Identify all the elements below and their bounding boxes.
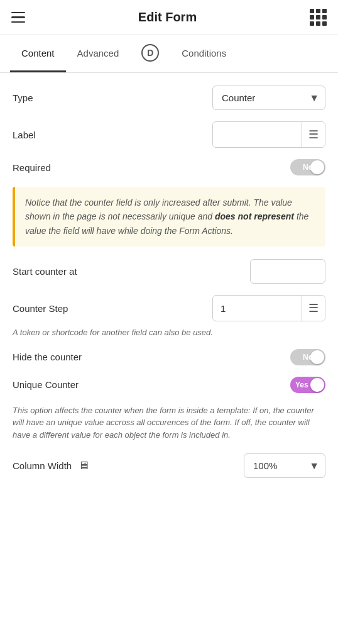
unique-counter-toggle[interactable]: Yes bbox=[290, 377, 325, 393]
form-content: Type Counter Text Number Email Date ▼ La… bbox=[0, 73, 338, 644]
label-input-group: ☰ bbox=[212, 121, 325, 148]
label-input[interactable] bbox=[213, 123, 302, 147]
unique-counter-label: Unique Counter bbox=[13, 379, 79, 390]
counter-step-input[interactable] bbox=[213, 297, 302, 320]
required-label: Required bbox=[13, 162, 51, 173]
hide-counter-toggle-text: No bbox=[303, 353, 313, 362]
column-width-label: Column Width bbox=[13, 460, 72, 471]
notice-box: Notice that the counter field is only in… bbox=[13, 187, 325, 247]
tab-d[interactable]: D bbox=[130, 35, 170, 72]
tab-content[interactable]: Content bbox=[10, 35, 66, 72]
counter-step-stack-icon[interactable]: ☰ bbox=[302, 296, 325, 321]
hamburger-menu-icon[interactable] bbox=[11, 12, 25, 23]
counter-step-input-group: ☰ bbox=[212, 295, 325, 321]
tabs-row: Content Advanced D Conditions bbox=[0, 35, 338, 73]
counter-step-label: Counter Step bbox=[13, 303, 68, 314]
required-toggle-text: No bbox=[303, 163, 313, 172]
type-select[interactable]: Counter Text Number Email Date bbox=[212, 86, 325, 110]
unique-counter-toggle-knob bbox=[310, 378, 324, 392]
start-counter-input[interactable]: 0 bbox=[250, 259, 325, 284]
type-row: Type Counter Text Number Email Date ▼ bbox=[13, 86, 325, 110]
hide-counter-label: Hide the counter bbox=[13, 352, 82, 362]
label-stack-icon[interactable]: ☰ bbox=[302, 122, 325, 147]
required-row: Required No bbox=[13, 159, 325, 175]
tab-content-label: Content bbox=[21, 48, 55, 58]
notice-text-bold: does not represent bbox=[215, 211, 294, 221]
column-width-select-wrapper: 100% 50% 33% 25% ▼ bbox=[244, 453, 325, 478]
header: Edit Form bbox=[0, 0, 338, 35]
start-counter-label: Start counter at bbox=[13, 266, 77, 277]
apps-grid-icon[interactable] bbox=[310, 9, 327, 26]
hide-counter-toggle[interactable]: No bbox=[290, 349, 325, 365]
column-width-left: Column Width 🖥 bbox=[13, 459, 89, 472]
tab-conditions[interactable]: Conditions bbox=[170, 35, 237, 72]
monitor-icon: 🖥 bbox=[78, 459, 89, 472]
unique-counter-description: This option affects the counter when the… bbox=[13, 404, 325, 441]
counter-step-hint: A token or shortcode for another field c… bbox=[13, 326, 325, 339]
column-width-select[interactable]: 100% 50% 33% 25% bbox=[244, 453, 325, 478]
label-row: Label ☰ bbox=[13, 121, 325, 148]
type-select-wrapper: Counter Text Number Email Date ▼ bbox=[212, 86, 325, 110]
unique-counter-row: Unique Counter Yes bbox=[13, 377, 325, 393]
start-counter-row: Start counter at 0 bbox=[13, 259, 325, 284]
label-field-label: Label bbox=[13, 130, 36, 140]
page-title: Edit Form bbox=[138, 10, 197, 25]
hide-counter-row: Hide the counter No bbox=[13, 349, 325, 365]
tab-conditions-label: Conditions bbox=[182, 48, 226, 58]
tab-advanced-label: Advanced bbox=[77, 48, 119, 58]
column-width-row: Column Width 🖥 100% 50% 33% 25% ▼ bbox=[13, 453, 325, 478]
unique-counter-toggle-text: Yes bbox=[295, 380, 308, 389]
required-toggle[interactable]: No bbox=[290, 159, 325, 175]
tab-advanced[interactable]: Advanced bbox=[66, 35, 131, 72]
d-icon: D bbox=[141, 44, 159, 62]
type-label: Type bbox=[13, 92, 33, 103]
counter-step-row: Counter Step ☰ bbox=[13, 295, 325, 321]
